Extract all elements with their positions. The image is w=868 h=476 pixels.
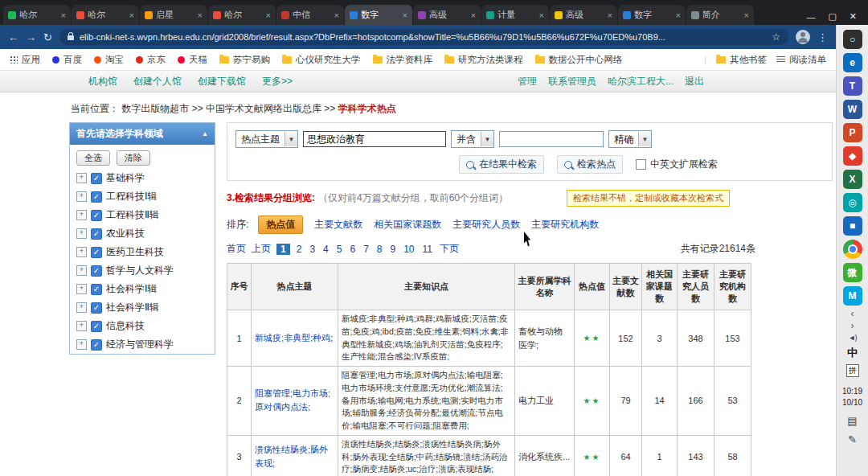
checked-checkbox-icon[interactable]: ✓ <box>91 247 102 258</box>
cell-topic[interactable]: 溃疡性结肠炎;肠外表现; <box>252 435 338 476</box>
site-nav-link[interactable]: 退出 <box>685 75 704 88</box>
expand-icon[interactable]: + <box>76 173 87 183</box>
ime-indicator[interactable]: 拼 <box>846 364 859 377</box>
search-app-icon[interactable]: ○ <box>843 30 862 49</box>
bookmark-item[interactable]: 其他书签 <box>716 54 767 66</box>
pagination-page[interactable]: 2 <box>295 244 304 255</box>
checked-checkbox-icon[interactable]: ✓ <box>91 173 102 184</box>
bookmark-item[interactable]: 心仪研究生大学 <box>282 54 361 66</box>
pagination-page[interactable]: 6 <box>348 244 357 255</box>
bookmark-item[interactable]: 数据公开中心网络 <box>535 54 623 66</box>
subject-item[interactable]: +✓农业科技 <box>70 224 215 243</box>
pagination-first[interactable]: 首页 <box>227 242 246 256</box>
taskbar-clock[interactable]: 10:19 10/10 <box>842 386 862 408</box>
tab-close-icon[interactable]: × <box>471 10 476 20</box>
checked-checkbox-icon[interactable]: ✓ <box>91 228 102 240</box>
search-in-results-button[interactable]: 在结果中检索 <box>459 155 544 174</box>
powerpoint-icon[interactable]: P <box>843 123 862 142</box>
checked-checkbox-icon[interactable]: ✓ <box>91 302 102 314</box>
subject-item[interactable]: +✓工程科技Ⅱ辑 <box>70 206 215 224</box>
field-select[interactable]: 热点主题 ▼ <box>235 130 298 148</box>
expand-icon[interactable]: + <box>76 265 87 276</box>
pagination-page[interactable]: 11 <box>421 244 434 255</box>
browser-tab[interactable]: 哈尔× <box>3 5 71 25</box>
save-search-tip[interactable]: 检索结果不错，定制或收藏本次检索式 <box>567 190 730 207</box>
site-nav-link[interactable]: 创建下载馆 <box>198 75 246 88</box>
pagination-page[interactable]: 1 <box>276 244 290 255</box>
pagination-page[interactable]: 9 <box>389 244 398 255</box>
bookmark-item[interactable]: 应用 <box>10 54 40 66</box>
expand-icon[interactable]: + <box>76 228 87 239</box>
blue-app-icon[interactable]: ■ <box>843 216 862 236</box>
bookmark-item[interactable]: 苏宁易购 <box>219 54 270 66</box>
window-close-button[interactable]: ✕ <box>850 11 857 22</box>
search-hotspot-button[interactable]: 检索热点 <box>557 155 623 174</box>
window-minimize-button[interactable]: — <box>806 12 815 22</box>
bookmark-item[interactable]: 法学资料库 <box>373 54 433 66</box>
expand-icon[interactable]: + <box>76 210 87 220</box>
tab-close-icon[interactable]: × <box>198 10 203 20</box>
site-nav-link[interactable]: 机构馆 <box>88 75 117 88</box>
browser-tab[interactable]: 简介× <box>686 5 754 25</box>
reload-icon[interactable]: ↻ <box>43 31 52 43</box>
language-indicator[interactable]: 中 <box>847 346 858 360</box>
expand-icon[interactable]: + <box>76 191 87 202</box>
checked-checkbox-icon[interactable]: ✓ <box>91 321 102 332</box>
bookmark-item[interactable]: 淘宝 <box>94 54 124 66</box>
browser-tab[interactable]: 哈尔× <box>72 5 139 25</box>
collapse-icon[interactable]: ▲ <box>202 130 208 137</box>
teams-icon[interactable]: T <box>843 76 862 96</box>
bookmark-star-icon[interactable]: ☆ <box>772 31 780 43</box>
sort-option[interactable]: 主要研究机构数 <box>531 218 599 232</box>
browser-tab[interactable]: 中信× <box>276 5 344 25</box>
sort-option[interactable]: 主要文献数 <box>314 218 362 232</box>
edge-icon[interactable]: e <box>843 53 862 72</box>
tab-close-icon[interactable]: × <box>676 10 681 20</box>
match-select[interactable]: 精确 ▼ <box>608 130 652 148</box>
checked-checkbox-icon[interactable]: ✓ <box>91 191 102 203</box>
select-all-button[interactable]: 全选 <box>76 150 110 166</box>
teal-app-icon[interactable]: ◎ <box>843 193 862 212</box>
browser-tab[interactable]: 高级× <box>550 5 617 25</box>
checked-checkbox-icon[interactable]: ✓ <box>91 210 102 221</box>
browser-tab[interactable]: 哈尔× <box>208 5 276 25</box>
profile-avatar[interactable] <box>796 30 810 44</box>
pagination-page[interactable]: 4 <box>321 244 330 255</box>
notes-icon[interactable]: ▤ <box>847 415 857 427</box>
subject-item[interactable]: +✓信息科技 <box>70 317 215 335</box>
checked-checkbox-icon[interactable]: ✓ <box>91 339 102 351</box>
breadcrumb-path[interactable]: 数字出版物超市 >> 中国学术文献网络出版总库 >> <box>121 103 335 114</box>
url-text[interactable]: elib-cnki-net-s.wvpn.hrbeu.edu.cn/grid20… <box>80 32 766 42</box>
browser-tab[interactable]: 数字× <box>618 5 686 25</box>
forward-icon[interactable]: → <box>26 31 36 43</box>
pagination-page[interactable]: 8 <box>375 244 384 255</box>
site-nav-link[interactable]: 哈尔滨工程大... <box>608 75 674 88</box>
checked-checkbox-icon[interactable]: ✓ <box>91 284 102 295</box>
tab-close-icon[interactable]: × <box>608 10 612 20</box>
logic-select[interactable]: 并含 ▼ <box>451 130 494 148</box>
tab-close-icon[interactable]: × <box>266 10 271 20</box>
extend-search-checkbox[interactable]: 中英文扩展检索 <box>636 158 718 171</box>
expand-icon[interactable]: + <box>76 284 87 294</box>
tab-close-icon[interactable]: × <box>744 10 749 20</box>
expand-icon[interactable]: + <box>76 302 87 313</box>
site-nav-link[interactable]: 创建个人馆 <box>133 75 182 88</box>
browser-tab[interactable]: 启星× <box>140 5 207 25</box>
bookmark-item[interactable]: 研究方法类课程 <box>444 54 523 66</box>
msn-icon[interactable]: M <box>843 286 862 306</box>
subject-item[interactable]: +✓医药卫生科技 <box>70 243 215 261</box>
pagination-prev[interactable]: 上页 <box>252 242 271 256</box>
sort-option[interactable]: 相关国家课题数 <box>374 218 441 232</box>
bookmark-item[interactable]: 阅读清单 <box>776 54 826 66</box>
word-icon[interactable]: W <box>843 100 862 119</box>
checked-checkbox-icon[interactable]: ✓ <box>91 265 102 277</box>
bookmark-item[interactable]: 京东 <box>136 54 166 66</box>
cell-topic[interactable]: 新城疫;非典型;种鸡; <box>252 310 338 367</box>
chrome-icon[interactable] <box>843 240 862 259</box>
tab-close-icon[interactable]: × <box>129 10 134 20</box>
sidebar-header[interactable]: 首先请选择学科领域 ▲ <box>70 123 215 145</box>
subject-item[interactable]: +✓经济与管理科学 <box>70 335 215 354</box>
sort-option[interactable]: 主要研究人员数 <box>452 218 520 232</box>
subject-item[interactable]: +✓工程科技Ⅰ辑 <box>70 187 215 206</box>
pagination-page[interactable]: 3 <box>308 244 317 255</box>
